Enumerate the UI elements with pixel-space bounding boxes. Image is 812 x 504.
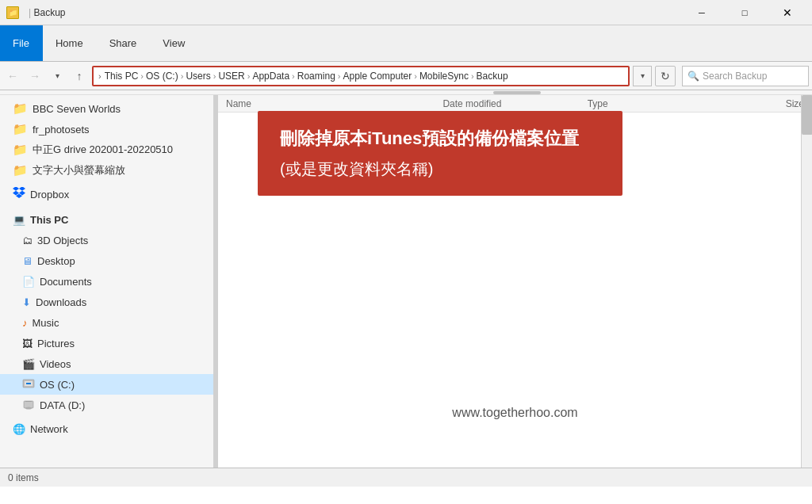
- sidebar-item-label: 文字大小與螢幕縮放: [33, 163, 125, 178]
- breadcrumb-user[interactable]: USER: [218, 71, 244, 82]
- breadcrumb-backup[interactable]: Backup: [477, 71, 508, 82]
- recent-locations-button[interactable]: ▾: [48, 67, 67, 86]
- sidebar-item-music[interactable]: ♪ Music: [0, 312, 213, 333]
- videos-icon: 🎬: [22, 358, 35, 370]
- folder-icon: 📁: [13, 143, 28, 157]
- sidebar-item-label: Network: [30, 423, 68, 435]
- title-bar: 📁 | Backup ─ □ ✕: [0, 0, 812, 25]
- desktop-icon: 🖥: [22, 255, 33, 267]
- content-area: Name Date modified Type Size 刪除掉原本iTunes…: [218, 95, 812, 468]
- sidebar-item-bbc[interactable]: 📁 BBC Seven Worlds: [0, 98, 213, 119]
- sidebar-item-pictures[interactable]: 🖼 Pictures: [0, 333, 213, 353]
- sidebar-thispc-header[interactable]: 💻 This PC: [0, 209, 213, 230]
- sidebar-item-datad[interactable]: DATA (D:): [0, 395, 213, 415]
- breadcrumb-osc[interactable]: OS (C:): [146, 71, 178, 82]
- status-bar: 0 items: [0, 468, 812, 487]
- svg-rect-5: [25, 401, 32, 402]
- sidebar-item-3dobjects[interactable]: 🗂 3D Objects: [0, 230, 213, 250]
- column-headers: Name Date modified Type Size: [218, 95, 812, 113]
- sidebar-item-label: OS (C:): [40, 379, 75, 391]
- thispc-icon: 💻: [13, 214, 25, 226]
- ribbon-tab-share[interactable]: Share: [97, 25, 151, 61]
- sidebar-item-network[interactable]: 🌐 Network: [0, 418, 213, 439]
- breadcrumb: This PC › OS (C:) › Users › USER › AppDa…: [105, 71, 508, 82]
- address-dropdown-button[interactable]: ▾: [633, 66, 652, 86]
- title-text: | Backup: [29, 7, 66, 18]
- sidebar-item-fontsize[interactable]: 📁 文字大小與螢幕縮放: [0, 160, 213, 181]
- col-header-size[interactable]: Size: [732, 98, 804, 109]
- content-scrollbar[interactable]: [801, 95, 812, 468]
- sidebar-item-label: 中正G drive 202001-20220510: [33, 143, 173, 157]
- sidebar: 📁 BBC Seven Worlds 📁 fr_photosets 📁 中正G …: [0, 95, 214, 468]
- sidebar-item-label: Music: [33, 317, 59, 329]
- datad-icon: [22, 398, 35, 413]
- col-header-type[interactable]: Type: [588, 98, 732, 109]
- address-bar[interactable]: › This PC › OS (C:) › Users › USER › App…: [92, 66, 630, 86]
- window-maximize[interactable]: □: [726, 0, 763, 25]
- sidebar-item-label: Desktop: [37, 255, 75, 267]
- overlay-line1: 刪除掉原本iTunes預設的備份檔案位置: [280, 127, 600, 151]
- sidebar-item-label: This PC: [30, 214, 68, 226]
- overlay-instruction-box: 刪除掉原本iTunes預設的備份檔案位置 (或是更改資料夾名稱): [258, 111, 622, 196]
- svg-rect-2: [26, 383, 31, 384]
- sidebar-item-label: Dropbox: [30, 189, 69, 200]
- address-bar-row: ← → ▾ ↑ › This PC › OS (C:) › Users › US…: [0, 62, 812, 90]
- sidebar-item-desktop[interactable]: 🖥 Desktop: [0, 250, 213, 271]
- sidebar-item-videos[interactable]: 🎬 Videos: [0, 353, 213, 374]
- svg-point-4: [25, 407, 32, 409]
- ribbon: File Home Share View: [0, 25, 812, 62]
- forward-button[interactable]: →: [25, 67, 44, 86]
- title-bar-controls[interactable]: 📁: [6, 6, 19, 19]
- sidebar-item-label: Downloads: [36, 296, 86, 308]
- back-button[interactable]: ←: [3, 67, 22, 86]
- breadcrumb-mobilesync[interactable]: MobileSync: [419, 71, 469, 82]
- osc-icon: [22, 377, 35, 392]
- sidebar-item-label: fr_photosets: [33, 124, 90, 136]
- col-header-name[interactable]: Name: [226, 98, 442, 109]
- main-layout: 📁 BBC Seven Worlds 📁 fr_photosets 📁 中正G …: [0, 95, 812, 468]
- network-icon: 🌐: [13, 423, 25, 435]
- breadcrumb-apple[interactable]: Apple Computer: [343, 71, 412, 82]
- dropbox-icon: [13, 187, 25, 202]
- website-label: www.togetherhoo.com: [452, 406, 577, 420]
- breadcrumb-thispc[interactable]: This PC: [105, 71, 139, 82]
- folder-icon: 📁: [13, 122, 28, 136]
- folder-icon: 📁: [13, 163, 28, 178]
- sidebar-item-label: BBC Seven Worlds: [33, 103, 121, 115]
- ribbon-tab-home[interactable]: Home: [43, 25, 97, 61]
- search-box[interactable]: 🔍 Search Backup: [682, 66, 809, 86]
- window-close[interactable]: ✕: [769, 0, 806, 25]
- breadcrumb-roaming[interactable]: Roaming: [297, 71, 335, 82]
- documents-icon: 📄: [22, 276, 35, 288]
- breadcrumb-appdata[interactable]: AppData: [252, 71, 289, 82]
- pictures-icon: 🖼: [22, 338, 33, 349]
- sidebar-item-downloads[interactable]: ⬇ Downloads: [0, 292, 213, 312]
- breadcrumb-users[interactable]: Users: [186, 71, 210, 82]
- sidebar-item-documents[interactable]: 📄 Documents: [0, 271, 213, 292]
- ribbon-tab-file[interactable]: File: [0, 25, 43, 61]
- up-button[interactable]: ↑: [70, 67, 89, 86]
- window-icon: 📁: [6, 6, 19, 19]
- folder-icon: 📁: [13, 101, 28, 116]
- sidebar-item-label: 3D Objects: [37, 235, 88, 246]
- col-header-date[interactable]: Date modified: [442, 98, 587, 109]
- sidebar-item-label: DATA (D:): [40, 399, 85, 411]
- 3dobjects-icon: 🗂: [22, 235, 33, 246]
- sidebar-item-label: Pictures: [37, 338, 75, 349]
- window-minimize[interactable]: ─: [684, 0, 720, 25]
- downloads-icon: ⬇: [22, 296, 31, 308]
- sidebar-item-label: Documents: [40, 276, 92, 288]
- sidebar-item-label: Videos: [40, 358, 71, 370]
- sidebar-item-zhongzheng[interactable]: 📁 中正G drive 202001-20220510: [0, 139, 213, 160]
- status-text: 0 items: [8, 472, 39, 483]
- sidebar-item-fr[interactable]: 📁 fr_photosets: [0, 119, 213, 139]
- refresh-button[interactable]: ↻: [655, 66, 676, 86]
- ribbon-tab-view[interactable]: View: [150, 25, 198, 61]
- sidebar-item-dropbox[interactable]: Dropbox: [0, 184, 213, 204]
- sidebar-item-osc[interactable]: OS (C:): [0, 374, 213, 395]
- music-icon: ♪: [22, 317, 28, 329]
- overlay-line2: (或是更改資料夾名稱): [280, 158, 600, 180]
